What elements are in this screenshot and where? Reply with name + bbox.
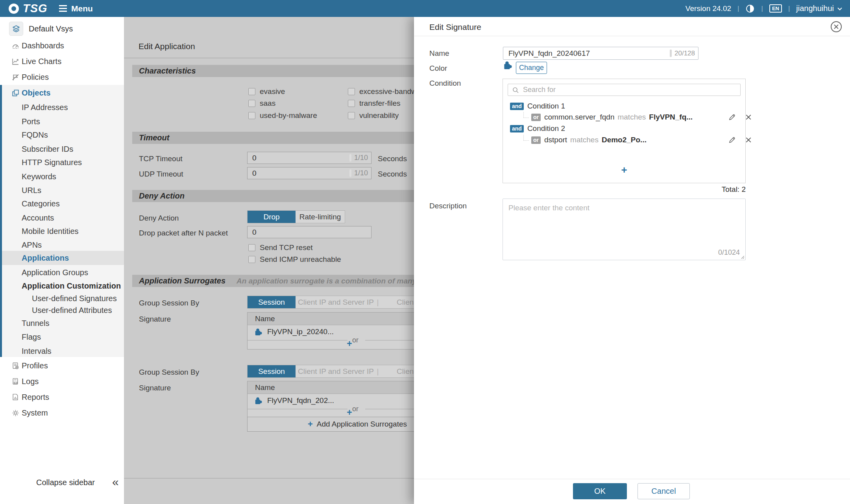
delete-condition-icon[interactable] — [745, 114, 752, 120]
modal-title: Edit Signature — [429, 22, 481, 32]
sidebar-item-ip-addresses[interactable]: IP Addresses — [22, 102, 68, 113]
deny-action-rate-limiting-option[interactable]: Rate-limiting — [296, 211, 345, 223]
user-menu[interactable]: jianghuihui — [796, 4, 843, 13]
checkbox[interactable] — [248, 88, 255, 95]
checkbox-saas[interactable]: saas — [248, 99, 275, 108]
checkbox[interactable] — [248, 256, 255, 263]
sidebar-item-reports[interactable]: Reports — [22, 392, 49, 403]
checkbox-vulnerability[interactable]: vulnerability — [348, 111, 399, 120]
sidebar-item-urls[interactable]: URLs — [22, 185, 41, 196]
group-session-session-option[interactable]: Session — [248, 296, 296, 308]
language-icon[interactable]: EN — [769, 4, 782, 13]
segment-separator: | — [376, 296, 379, 308]
sidebar-item-flags[interactable]: Flags — [22, 331, 41, 342]
checkbox[interactable] — [348, 100, 355, 107]
checkbox-excessive-bandwidth[interactable]: excessive-bandwi — [348, 87, 418, 96]
name-counter: 20/128 — [674, 50, 695, 57]
sidebar-item-objects[interactable]: Objects — [22, 87, 50, 98]
ok-button[interactable]: OK — [573, 483, 627, 499]
sidebar-item-mobile-identities[interactable]: Mobile Identities — [22, 226, 79, 237]
collapse-sidebar-button[interactable]: Collapse sidebar — [36, 478, 95, 487]
sidebar-item-policies[interactable]: Policies — [22, 72, 49, 83]
group-session-client-server-option[interactable]: Client IP and Server IP — [296, 296, 376, 308]
app-logo[interactable]: TSG — [9, 0, 48, 17]
condition-group-1[interactable]: and Condition 1 — [503, 101, 752, 111]
sidebar-item-user-defined-signatures[interactable]: User-defined Signatures — [32, 293, 117, 304]
or-badge: or — [531, 114, 541, 121]
sidebar-item-ports[interactable]: Ports — [22, 116, 40, 127]
tcp-timeout-input[interactable]: 1/10 — [247, 152, 371, 164]
sidebar-item-user-defined-attributes[interactable]: User-defined Attributes — [32, 305, 112, 316]
sidebar-item-apns[interactable]: APNs — [22, 239, 42, 250]
checkbox-used-by-malware[interactable]: used-by-malware — [248, 111, 317, 120]
udp-timeout-value[interactable] — [251, 169, 349, 178]
chevron-down-icon — [837, 6, 843, 12]
live-charts-icon — [11, 57, 20, 66]
checkbox[interactable] — [348, 88, 355, 95]
sidebar-item-accounts[interactable]: Accounts — [22, 212, 54, 223]
name-input[interactable]: 20/128 — [503, 47, 698, 60]
sidebar-item-intervals[interactable]: Intervals — [22, 346, 52, 357]
condition-group-2[interactable]: and Condition 2 — [503, 123, 752, 134]
color-puzzle-icon — [503, 60, 512, 70]
version-label: Version 24.02 — [686, 4, 731, 13]
sidebar-item-categories[interactable]: Categories — [22, 198, 60, 209]
checkbox[interactable] — [248, 112, 255, 119]
condition-rule-2[interactable]: or dstport matches Demo2_Po... — [503, 135, 766, 145]
sidebar-item-application-groups[interactable]: Application Groups — [22, 267, 88, 278]
search-icon — [512, 86, 519, 94]
sidebar-item-logs[interactable]: Logs — [22, 376, 39, 387]
edit-condition-icon[interactable] — [728, 113, 736, 121]
checkbox[interactable] — [248, 100, 255, 107]
udp-timeout-input[interactable]: 1/10 — [247, 167, 371, 179]
vsys-label: Default Vsys — [29, 24, 73, 33]
group-session-client-server-option[interactable]: Client IP and Server IP — [296, 365, 376, 377]
sidebar-item-tunnels[interactable]: Tunnels — [22, 318, 49, 329]
edit-condition-icon[interactable] — [728, 136, 736, 144]
drop-packet-value[interactable] — [251, 228, 368, 237]
checkbox-send-icmp-unreachable[interactable]: Send ICMP unreachable — [248, 255, 341, 264]
sidebar-item-subscriber-ids[interactable]: Subscriber IDs — [22, 143, 73, 155]
close-icon[interactable] — [831, 21, 842, 32]
checkbox-evasive[interactable]: evasive — [248, 87, 285, 96]
sidebar-item-http-signatures[interactable]: HTTP Signatures — [22, 157, 82, 168]
sidebar-item-live-charts[interactable]: Live Charts — [22, 56, 61, 67]
delete-condition-icon[interactable] — [745, 137, 752, 143]
checkbox-send-tcp-reset[interactable]: Send TCP reset — [248, 243, 312, 252]
or-divider-line — [247, 409, 347, 409]
edit-application-title: Edit Application — [139, 42, 195, 51]
condition-search-input[interactable] — [508, 84, 741, 96]
sidebar-item-application-customization[interactable]: Application Customization — [22, 280, 121, 291]
drop-packet-input[interactable] — [247, 226, 371, 238]
input-grip — [349, 169, 351, 177]
search-input[interactable] — [522, 85, 736, 94]
resize-handle[interactable] — [740, 254, 745, 259]
checkbox-transfer-files[interactable]: transfer-files — [348, 99, 401, 108]
sidebar-item-keywords[interactable]: Keywords — [22, 171, 56, 182]
modal-header-divider — [414, 36, 850, 36]
add-condition-button[interactable]: + — [503, 165, 745, 175]
vsys-selector[interactable]: Default Vsys — [9, 22, 73, 36]
sidebar-item-fqdns[interactable]: FQDNs — [22, 129, 48, 140]
sidebar-item-profiles[interactable]: Profiles — [22, 360, 48, 371]
condition-relation: matches — [570, 136, 599, 144]
sidebar-item-dashboards[interactable]: Dashboards — [22, 40, 64, 51]
group-session-session-option[interactable]: Session — [248, 365, 296, 377]
menu-button[interactable]: Menu — [59, 0, 93, 17]
deny-action-drop-option[interactable]: Drop — [248, 211, 296, 223]
and-badge: and — [510, 103, 524, 110]
condition-relation: matches — [617, 113, 646, 121]
sidebar-item-system[interactable]: System — [22, 407, 48, 418]
change-color-button[interactable]: Change — [516, 62, 547, 74]
checkbox[interactable] — [248, 244, 255, 251]
collapse-chevron-icon[interactable]: « — [112, 475, 119, 489]
description-textarea[interactable] — [503, 199, 745, 260]
name-value[interactable] — [508, 49, 670, 58]
sidebar-item-applications[interactable]: Applications — [22, 252, 69, 263]
tcp-timeout-value[interactable] — [251, 153, 349, 163]
condition-rule-1[interactable]: or common.server_fqdn matches FlyVPN_fq.… — [503, 112, 766, 122]
cancel-button[interactable]: Cancel — [638, 483, 690, 499]
help-icon[interactable] — [745, 4, 755, 13]
checkbox[interactable] — [348, 112, 355, 119]
tcp-timeout-label: TCP Timeout — [139, 155, 183, 163]
